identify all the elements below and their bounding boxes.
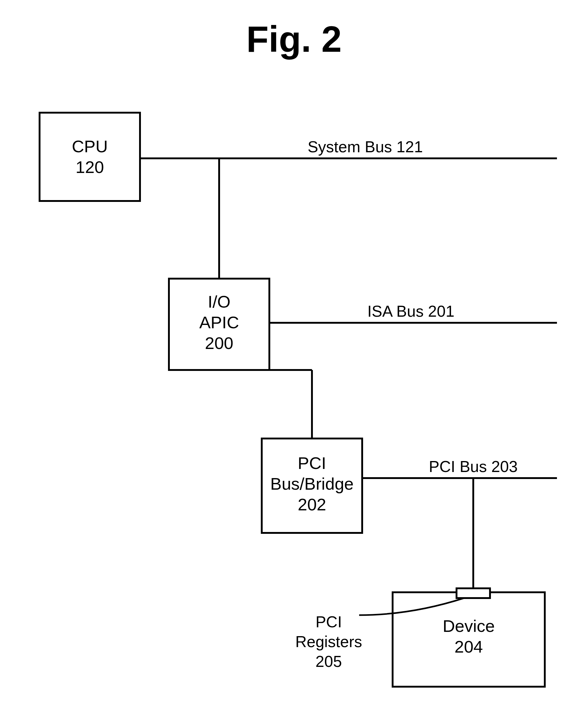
ioapic-line2: APIC — [199, 313, 239, 332]
ioapic-block: I/O APIC 200 — [169, 278, 269, 370]
figure-title: Fig. 2 — [246, 19, 341, 60]
pci-registers-tab — [457, 588, 490, 598]
pciregs-line2: Registers — [295, 633, 362, 650]
ioapic-ref: 200 — [205, 333, 233, 353]
system-bus-label: System Bus 121 — [308, 138, 423, 156]
cpu-label: CPU — [72, 137, 108, 156]
pcibridge-line2: Bus/Bridge — [270, 474, 354, 493]
svg-rect-0 — [39, 113, 140, 201]
pcibridge-line1: PCI — [298, 453, 326, 473]
pciregs-line3: 205 — [316, 653, 342, 670]
pci-bus-label: PCI Bus 203 — [429, 458, 518, 475]
device-block: Device 204 — [393, 592, 545, 687]
isa-bus-label: ISA Bus 201 — [367, 302, 454, 320]
pcibridge-ref: 202 — [298, 495, 326, 514]
pci-registers-annotation: PCI Registers 205 — [295, 613, 362, 670]
ioapic-line1: I/O — [208, 292, 231, 311]
pcibridge-block: PCI Bus/Bridge 202 — [262, 439, 362, 533]
cpu-block: CPU 120 — [39, 113, 140, 201]
device-ref: 204 — [454, 637, 483, 656]
cpu-ref: 120 — [75, 157, 104, 177]
device-label: Device — [442, 616, 495, 636]
pciregs-line1: PCI — [316, 613, 342, 631]
